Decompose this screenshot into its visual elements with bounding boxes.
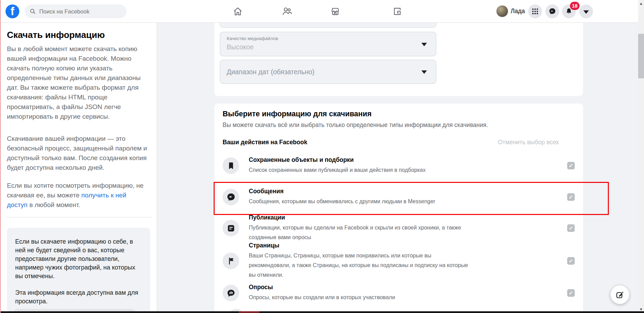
section-subtitle: Вы можете скачать всё или выбрать только… — [223, 121, 488, 129]
list-item-posts[interactable]: Публикации Публикации, которые вы сделал… — [214, 213, 583, 243]
facebook-download-info-page: Лада 18 Скачать информацию Вы в любой мо… — [0, 0, 644, 313]
list-item-title: Сохраненные объекты и подборки — [249, 156, 426, 164]
list-item-polls[interactable]: Опросы Опросы, которые вы создали или в … — [214, 280, 583, 306]
section-title: Выберите информацию для скачивания — [223, 110, 371, 118]
settings-sidebar: Скачать информацию Вы в любой момент мож… — [0, 23, 157, 313]
messenger-button[interactable] — [545, 4, 559, 18]
messenger-icon — [223, 189, 239, 205]
top-navigation-bar: Лада 18 — [0, 0, 638, 23]
list-item-description: Сообщения, которыми вы обменивались с др… — [249, 197, 435, 206]
bookmark-icon — [223, 157, 239, 174]
chevron-down-icon — [583, 10, 589, 14]
list-item-title: Страницы — [249, 242, 474, 249]
caret-down-icon — [421, 70, 427, 74]
friends-icon[interactable] — [282, 6, 293, 17]
scrollbar-thumb[interactable] — [638, 34, 644, 78]
search-container — [25, 4, 126, 18]
sidebar-description-2: Скачивание вашей информации — это безопа… — [7, 134, 148, 173]
list-item-description: Список сохраненных вами публикаций и ваш… — [249, 165, 426, 175]
sidebar-divider — [6, 217, 152, 217]
media-quality-label: Качество медиафайлов — [227, 36, 278, 41]
list-item-saved[interactable]: Сохраненные объекты и подборки Список со… — [214, 152, 583, 179]
list-item-title: Сообщения — [249, 188, 435, 195]
user-avatar[interactable] — [496, 5, 508, 17]
apps-grid-icon — [531, 8, 539, 15]
checkbox-checked[interactable] — [567, 224, 575, 232]
list-item-title: Опросы — [249, 284, 395, 291]
bottom-edge-bar — [0, 311, 644, 313]
date-range-select[interactable]: Диапазон дат (обязательно) — [220, 60, 436, 84]
vertical-scrollbar[interactable]: ▲ ▼ — [638, 0, 644, 313]
deselect-all-button[interactable]: Отменить выбор всех — [498, 139, 559, 146]
account-menu-button[interactable] — [579, 4, 593, 18]
sidebar-description-3: Если вы хотите посмотреть информацию, не… — [7, 181, 148, 210]
left-edge-line — [0, 0, 1, 313]
compose-icon — [615, 290, 625, 300]
media-quality-select[interactable]: Качество медиафайлов Высокое — [220, 32, 436, 56]
date-range-placeholder: Диапазон дат (обязательно) — [227, 68, 315, 76]
facebook-logo[interactable] — [6, 4, 19, 18]
flag-icon — [223, 253, 239, 269]
list-item-description: Публикации, которые вы сделали на Facebo… — [249, 223, 474, 242]
checkbox-checked[interactable] — [567, 193, 575, 201]
apps-menu-button[interactable] — [528, 4, 542, 18]
caret-down-icon — [421, 43, 427, 46]
sidebar-description-1: Вы в любой момент можете скачать копию в… — [7, 44, 148, 121]
compose-button[interactable] — [611, 285, 629, 304]
checkbox-checked[interactable] — [567, 162, 575, 169]
information-selection-card: Выберите информацию для скачивания Вы мо… — [214, 104, 583, 313]
info-note-card: Если вы скачаете информацию о себе, в не… — [7, 228, 150, 313]
scroll-up-arrow-icon[interactable]: ▲ — [638, 0, 644, 6]
checkbox-checked[interactable] — [567, 289, 575, 297]
note-paragraph-2: Эта информация всегда доступна вам для п… — [15, 288, 142, 306]
list-item-description: Ваши Страницы, Страницы, которые вам пон… — [249, 251, 474, 280]
bottom-edge-red-segment — [239, 311, 259, 313]
notification-badge: 18 — [570, 2, 580, 10]
list-item-messages[interactable]: Сообщения Сообщения, которыми вы обменив… — [214, 184, 583, 211]
marketplace-icon[interactable] — [330, 6, 341, 17]
list-item-title: Публикации — [249, 214, 474, 221]
media-quality-value: Высокое — [227, 43, 254, 51]
home-icon[interactable] — [232, 6, 243, 17]
posts-icon — [223, 220, 239, 236]
gaming-icon[interactable] — [392, 6, 403, 17]
messenger-icon — [549, 8, 556, 15]
group-title: Ваши действия на Facebook — [223, 139, 307, 146]
note-paragraph-1: Если вы скачаете информацию о себе, в не… — [15, 237, 142, 281]
list-item-description: Опросы, которые вы создали или в которых… — [249, 293, 395, 302]
search-input[interactable] — [25, 4, 126, 18]
polls-icon — [223, 285, 239, 301]
checkbox-checked[interactable] — [567, 257, 575, 265]
page-title: Скачать информацию — [7, 30, 105, 40]
list-item-pages[interactable]: Страницы Ваши Страницы, Страницы, которы… — [214, 245, 583, 277]
user-name[interactable]: Лада — [511, 8, 525, 15]
